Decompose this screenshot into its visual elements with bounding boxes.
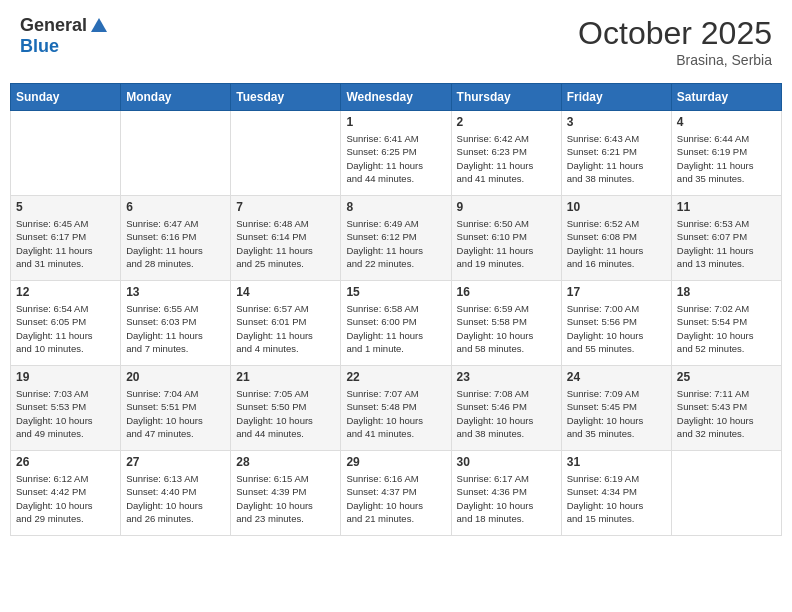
- calendar-cell: 19Sunrise: 7:03 AM Sunset: 5:53 PM Dayli…: [11, 366, 121, 451]
- day-number: 22: [346, 370, 445, 384]
- calendar-cell: [121, 111, 231, 196]
- calendar-cell: 26Sunrise: 6:12 AM Sunset: 4:42 PM Dayli…: [11, 451, 121, 536]
- day-number: 16: [457, 285, 556, 299]
- calendar-header-thursday: Thursday: [451, 84, 561, 111]
- day-info: Sunrise: 7:05 AM Sunset: 5:50 PM Dayligh…: [236, 387, 335, 440]
- calendar-header-friday: Friday: [561, 84, 671, 111]
- calendar-cell: 22Sunrise: 7:07 AM Sunset: 5:48 PM Dayli…: [341, 366, 451, 451]
- calendar-week-4: 19Sunrise: 7:03 AM Sunset: 5:53 PM Dayli…: [11, 366, 782, 451]
- day-number: 18: [677, 285, 776, 299]
- day-info: Sunrise: 6:41 AM Sunset: 6:25 PM Dayligh…: [346, 132, 445, 185]
- title-block: October 2025 Brasina, Serbia: [578, 15, 772, 68]
- day-number: 15: [346, 285, 445, 299]
- day-info: Sunrise: 6:54 AM Sunset: 6:05 PM Dayligh…: [16, 302, 115, 355]
- day-info: Sunrise: 7:02 AM Sunset: 5:54 PM Dayligh…: [677, 302, 776, 355]
- day-info: Sunrise: 6:52 AM Sunset: 6:08 PM Dayligh…: [567, 217, 666, 270]
- logo-blue: Blue: [20, 36, 109, 57]
- calendar-cell: [231, 111, 341, 196]
- calendar-cell: 4Sunrise: 6:44 AM Sunset: 6:19 PM Daylig…: [671, 111, 781, 196]
- calendar-cell: 24Sunrise: 7:09 AM Sunset: 5:45 PM Dayli…: [561, 366, 671, 451]
- calendar-cell: 14Sunrise: 6:57 AM Sunset: 6:01 PM Dayli…: [231, 281, 341, 366]
- calendar-header-saturday: Saturday: [671, 84, 781, 111]
- day-info: Sunrise: 7:03 AM Sunset: 5:53 PM Dayligh…: [16, 387, 115, 440]
- calendar-cell: 25Sunrise: 7:11 AM Sunset: 5:43 PM Dayli…: [671, 366, 781, 451]
- day-info: Sunrise: 6:45 AM Sunset: 6:17 PM Dayligh…: [16, 217, 115, 270]
- day-number: 1: [346, 115, 445, 129]
- day-info: Sunrise: 7:09 AM Sunset: 5:45 PM Dayligh…: [567, 387, 666, 440]
- calendar-body: 1Sunrise: 6:41 AM Sunset: 6:25 PM Daylig…: [11, 111, 782, 536]
- calendar-cell: 27Sunrise: 6:13 AM Sunset: 4:40 PM Dayli…: [121, 451, 231, 536]
- day-info: Sunrise: 6:49 AM Sunset: 6:12 PM Dayligh…: [346, 217, 445, 270]
- calendar-header-sunday: Sunday: [11, 84, 121, 111]
- calendar-header-monday: Monday: [121, 84, 231, 111]
- day-info: Sunrise: 6:12 AM Sunset: 4:42 PM Dayligh…: [16, 472, 115, 525]
- day-info: Sunrise: 6:16 AM Sunset: 4:37 PM Dayligh…: [346, 472, 445, 525]
- calendar-cell: 11Sunrise: 6:53 AM Sunset: 6:07 PM Dayli…: [671, 196, 781, 281]
- calendar-header-wednesday: Wednesday: [341, 84, 451, 111]
- svg-marker-0: [91, 18, 107, 32]
- location: Brasina, Serbia: [578, 52, 772, 68]
- day-info: Sunrise: 6:13 AM Sunset: 4:40 PM Dayligh…: [126, 472, 225, 525]
- day-number: 29: [346, 455, 445, 469]
- day-number: 11: [677, 200, 776, 214]
- day-number: 4: [677, 115, 776, 129]
- calendar-cell: 16Sunrise: 6:59 AM Sunset: 5:58 PM Dayli…: [451, 281, 561, 366]
- day-info: Sunrise: 6:58 AM Sunset: 6:00 PM Dayligh…: [346, 302, 445, 355]
- calendar-cell: 10Sunrise: 6:52 AM Sunset: 6:08 PM Dayli…: [561, 196, 671, 281]
- day-number: 27: [126, 455, 225, 469]
- calendar-table: SundayMondayTuesdayWednesdayThursdayFrid…: [10, 83, 782, 536]
- day-number: 19: [16, 370, 115, 384]
- day-number: 14: [236, 285, 335, 299]
- day-info: Sunrise: 6:48 AM Sunset: 6:14 PM Dayligh…: [236, 217, 335, 270]
- day-number: 23: [457, 370, 556, 384]
- calendar-cell: 7Sunrise: 6:48 AM Sunset: 6:14 PM Daylig…: [231, 196, 341, 281]
- day-number: 5: [16, 200, 115, 214]
- calendar-cell: 8Sunrise: 6:49 AM Sunset: 6:12 PM Daylig…: [341, 196, 451, 281]
- calendar-cell: 9Sunrise: 6:50 AM Sunset: 6:10 PM Daylig…: [451, 196, 561, 281]
- calendar-cell: 29Sunrise: 6:16 AM Sunset: 4:37 PM Dayli…: [341, 451, 451, 536]
- day-number: 21: [236, 370, 335, 384]
- day-number: 8: [346, 200, 445, 214]
- day-number: 20: [126, 370, 225, 384]
- calendar-cell: [671, 451, 781, 536]
- day-info: Sunrise: 7:08 AM Sunset: 5:46 PM Dayligh…: [457, 387, 556, 440]
- day-info: Sunrise: 6:17 AM Sunset: 4:36 PM Dayligh…: [457, 472, 556, 525]
- day-number: 6: [126, 200, 225, 214]
- day-info: Sunrise: 6:42 AM Sunset: 6:23 PM Dayligh…: [457, 132, 556, 185]
- calendar-cell: 3Sunrise: 6:43 AM Sunset: 6:21 PM Daylig…: [561, 111, 671, 196]
- calendar-cell: 2Sunrise: 6:42 AM Sunset: 6:23 PM Daylig…: [451, 111, 561, 196]
- day-info: Sunrise: 6:44 AM Sunset: 6:19 PM Dayligh…: [677, 132, 776, 185]
- month-title: October 2025: [578, 15, 772, 52]
- calendar-header-row: SundayMondayTuesdayWednesdayThursdayFrid…: [11, 84, 782, 111]
- day-number: 9: [457, 200, 556, 214]
- calendar-cell: 28Sunrise: 6:15 AM Sunset: 4:39 PM Dayli…: [231, 451, 341, 536]
- day-number: 25: [677, 370, 776, 384]
- day-number: 31: [567, 455, 666, 469]
- calendar-cell: 23Sunrise: 7:08 AM Sunset: 5:46 PM Dayli…: [451, 366, 561, 451]
- calendar-week-5: 26Sunrise: 6:12 AM Sunset: 4:42 PM Dayli…: [11, 451, 782, 536]
- calendar-cell: 13Sunrise: 6:55 AM Sunset: 6:03 PM Dayli…: [121, 281, 231, 366]
- day-number: 3: [567, 115, 666, 129]
- calendar-week-3: 12Sunrise: 6:54 AM Sunset: 6:05 PM Dayli…: [11, 281, 782, 366]
- calendar-week-2: 5Sunrise: 6:45 AM Sunset: 6:17 PM Daylig…: [11, 196, 782, 281]
- day-info: Sunrise: 7:04 AM Sunset: 5:51 PM Dayligh…: [126, 387, 225, 440]
- calendar-cell: 5Sunrise: 6:45 AM Sunset: 6:17 PM Daylig…: [11, 196, 121, 281]
- day-info: Sunrise: 6:57 AM Sunset: 6:01 PM Dayligh…: [236, 302, 335, 355]
- calendar-cell: 20Sunrise: 7:04 AM Sunset: 5:51 PM Dayli…: [121, 366, 231, 451]
- calendar-cell: 21Sunrise: 7:05 AM Sunset: 5:50 PM Dayli…: [231, 366, 341, 451]
- day-info: Sunrise: 6:43 AM Sunset: 6:21 PM Dayligh…: [567, 132, 666, 185]
- day-number: 13: [126, 285, 225, 299]
- day-info: Sunrise: 6:15 AM Sunset: 4:39 PM Dayligh…: [236, 472, 335, 525]
- calendar-cell: [11, 111, 121, 196]
- day-number: 2: [457, 115, 556, 129]
- day-info: Sunrise: 6:59 AM Sunset: 5:58 PM Dayligh…: [457, 302, 556, 355]
- calendar-cell: 6Sunrise: 6:47 AM Sunset: 6:16 PM Daylig…: [121, 196, 231, 281]
- logo: General Blue: [20, 15, 109, 57]
- calendar-cell: 30Sunrise: 6:17 AM Sunset: 4:36 PM Dayli…: [451, 451, 561, 536]
- calendar-week-1: 1Sunrise: 6:41 AM Sunset: 6:25 PM Daylig…: [11, 111, 782, 196]
- day-info: Sunrise: 6:47 AM Sunset: 6:16 PM Dayligh…: [126, 217, 225, 270]
- calendar-header-tuesday: Tuesday: [231, 84, 341, 111]
- day-number: 30: [457, 455, 556, 469]
- logo-icon: [89, 16, 109, 36]
- day-number: 10: [567, 200, 666, 214]
